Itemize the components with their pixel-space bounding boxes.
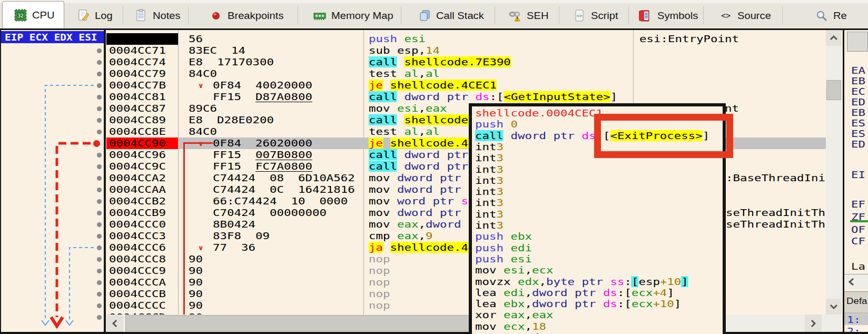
bytes-cell: 90	[189, 265, 203, 277]
breakpoint-dot[interactable]	[97, 188, 102, 192]
breakpoint-dot[interactable]	[97, 48, 102, 53]
tab-call-stack[interactable]: Call Stack	[401, 3, 495, 28]
calling-convention-header[interactable]: Defa	[844, 291, 868, 313]
popup-instruction-row: rep stosd	[475, 332, 539, 334]
address-cell: 0004CCCA	[109, 277, 166, 288]
tab-re[interactable]: Re	[783, 3, 868, 28]
breakpoint-dot[interactable]	[97, 257, 102, 262]
address-cell: 0004CC9C	[109, 161, 166, 172]
breakpoint-dot[interactable]	[97, 60, 102, 65]
register-row-2[interactable]: EC	[851, 86, 865, 97]
breakpoint-dot[interactable]	[97, 303, 102, 308]
tab-label: Script	[591, 11, 618, 22]
breakpoint-dot[interactable]	[97, 106, 102, 111]
scroll-down-button[interactable]	[826, 299, 842, 315]
breakpoint-dot[interactable]	[97, 280, 102, 285]
register-row-4[interactable]: EB	[851, 107, 865, 118]
tab-log[interactable]: Log	[64, 3, 123, 28]
breakpoint-dot[interactable]	[97, 118, 102, 123]
tab-memory-map[interactable]: Memory Map	[298, 3, 401, 28]
register-row-0[interactable]: EA	[851, 65, 865, 76]
tab-cpu[interactable]: 32CPU	[2, 1, 64, 29]
instruction-cell: je shellcode.4CEC1	[369, 80, 497, 91]
bytes-cell: C74424 08 6D10A562	[213, 172, 355, 184]
register-panel-scrollbar[interactable]	[844, 274, 868, 289]
breakpoint-dot[interactable]	[97, 176, 102, 181]
breakpoint-dot[interactable]	[97, 199, 102, 204]
references-icon	[815, 9, 828, 23]
tab-source[interactable]: <>Source	[704, 3, 783, 28]
instruction-cell: nop	[369, 277, 390, 288]
breakpoint-dot[interactable]	[97, 95, 102, 100]
pane-border-right	[843, 30, 844, 334]
address-cell: 0004CCC6	[109, 242, 166, 253]
register-row-6[interactable]: ES	[851, 129, 865, 139]
breakpoint-dot[interactable]	[97, 83, 102, 88]
breakpoint-dot[interactable]	[97, 222, 102, 227]
address-cell: 0004CCC0	[109, 219, 166, 230]
bytes-cell: 8B0424	[213, 219, 255, 230]
tab-label: Memory Map	[331, 11, 393, 22]
address-cell: 0004CCC8	[109, 253, 166, 265]
address-cell: 0004CC89	[109, 114, 166, 126]
column-separator	[363, 30, 364, 315]
breakpoint-dot[interactable]	[97, 211, 102, 215]
address-cell: 0004CC81	[109, 91, 166, 103]
breakpoint-dot[interactable]	[97, 234, 102, 239]
breakpoint-dot[interactable]	[97, 269, 102, 273]
register-row-7[interactable]: ED	[851, 139, 865, 150]
register-row-eip[interactable]: EI	[851, 170, 865, 180]
popup-title: shellcode.0004CEC1	[475, 107, 603, 119]
popup-instruction-row: mov ecx,18	[475, 321, 546, 332]
cpu-icon: 32	[14, 8, 27, 22]
vertical-scroll-thumb[interactable]	[826, 80, 841, 100]
scroll-left-button[interactable]	[106, 315, 123, 332]
bytes-cell: 90	[189, 300, 203, 311]
address-cell: 0004CCA2	[109, 172, 166, 184]
argument-row-1[interactable]: 1:	[844, 314, 868, 325]
register-row-1[interactable]: EB	[851, 76, 865, 86]
breakpoint-dot[interactable]	[93, 140, 100, 147]
bytes-cell: 90	[189, 253, 203, 265]
last-error-label[interactable]: La	[851, 261, 865, 272]
flag-ef[interactable]: EF	[851, 199, 865, 210]
register-row-3[interactable]: ED	[851, 97, 865, 107]
bytes-cell: C70424 00000000	[213, 207, 327, 219]
instruction-cell: nop	[369, 288, 390, 300]
register-panel-button[interactable]	[847, 32, 868, 52]
vertical-scrollbar[interactable]	[826, 30, 842, 315]
tab-bar: 32CPULogNotesBreakpointsMemory MapCall S…	[0, 0, 868, 28]
breakpoint-dot[interactable]	[97, 245, 102, 250]
call-stack-icon	[418, 9, 431, 23]
breakpoint-dot[interactable]	[97, 153, 102, 158]
breakpoint-dot[interactable]	[97, 164, 102, 169]
tab-script[interactable]: <>Script	[559, 3, 629, 28]
tab-seh[interactable]: !SEH	[495, 3, 559, 28]
calling-convention-label: Defa	[846, 296, 867, 307]
popup-instruction-row: int3	[475, 209, 504, 220]
pane-border-bottom	[0, 332, 868, 334]
bytes-cell: 84C0	[189, 68, 217, 80]
tab-symbols[interactable]: Symbols	[629, 3, 704, 28]
breakpoint-dot[interactable]	[97, 315, 102, 320]
address-cell: 0004CCC9	[109, 265, 166, 277]
address-cell: 0004CC7B	[109, 80, 166, 91]
breakpoint-dot[interactable]	[97, 130, 102, 134]
svg-text:32: 32	[18, 13, 24, 18]
register-row-5[interactable]: ES	[851, 118, 865, 129]
flag-cf[interactable]: CF	[851, 236, 865, 247]
address-cell: 0004CCCB	[109, 288, 166, 300]
register-panel[interactable]: EAEBECEDEBESESEDEIEFZFOFCFLa Defa 1:2:	[844, 30, 868, 334]
breakpoint-dot[interactable]	[97, 72, 102, 76]
scroll-up-button[interactable]	[826, 30, 842, 46]
comment-cell: seThreadInitTh	[726, 219, 825, 230]
bytes-cell: 0F84 26020000	[213, 137, 312, 149]
tab-label: Re	[833, 11, 847, 22]
tab-breakpoints[interactable]: Breakpoints	[189, 3, 298, 28]
breakpoint-dot[interactable]	[97, 292, 102, 297]
scroll-right-button[interactable]	[805, 315, 822, 332]
source-icon: <>	[719, 9, 733, 23]
bytes-cell: E8 D28E0200	[189, 114, 274, 126]
flag-of[interactable]: OF	[851, 224, 865, 235]
tab-notes[interactable]: Notes	[123, 3, 189, 28]
